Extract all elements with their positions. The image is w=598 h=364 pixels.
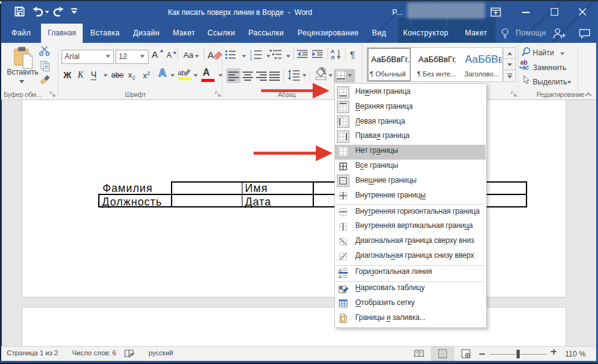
svg-text:А: А: [208, 50, 214, 60]
svg-text:3: 3: [250, 57, 252, 61]
svg-text:ac: ac: [522, 64, 530, 70]
svg-text:A: A: [339, 274, 343, 279]
svg-text:Я: Я: [331, 55, 334, 60]
svg-text:А: А: [331, 48, 334, 55]
